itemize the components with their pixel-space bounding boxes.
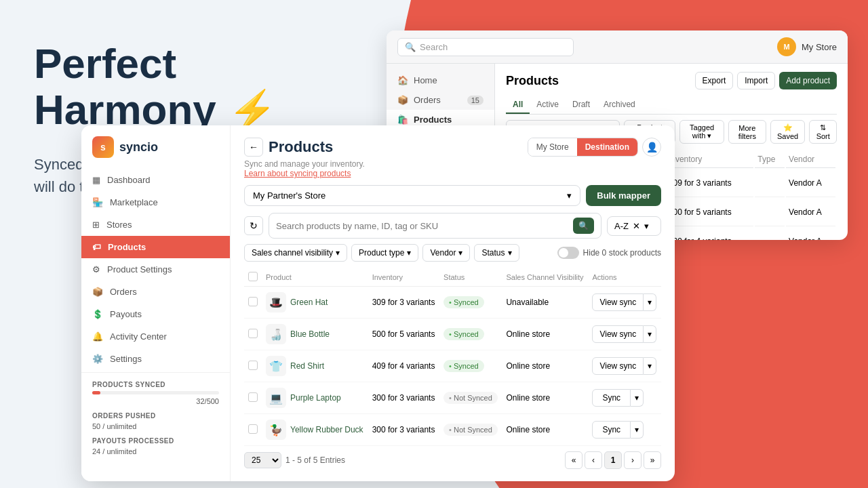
pagination-controls: « ‹ 1 › » [565,451,661,469]
syncio-nav-marketplace[interactable]: 🏪 Marketplace [81,191,230,214]
sort-value: A-Z [614,221,629,231]
nav-label: Stores [106,220,132,230]
shopify-store-btn[interactable]: M My Store [777,37,837,56]
row-checkbox[interactable] [248,329,258,338]
nav-label: Marketplace [110,197,158,207]
syncio-nav-settings[interactable]: ⚙️ Settings [81,348,230,370]
sort-select[interactable]: A-Z ✕ ▾ [607,216,661,236]
table-row: 🍶 Blue Bottle 500 for 5 variants Synced … [244,319,661,350]
pagination-row: 25 50 100 1 - 5 of 5 Entries « ‹ 1 › » [244,451,661,469]
product-type-filter[interactable]: Product type ▾ [351,244,418,262]
store-toggle-group: My Store Destination [528,138,638,157]
marketplace-icon: 🏪 [92,197,103,207]
orders-pushed-value: 50 / unlimited [92,422,219,430]
syncio-nav-activity[interactable]: 🔔 Activity Center [81,325,230,348]
select-all-checkbox[interactable] [248,272,258,281]
bulk-mapper-btn[interactable]: Bulk mapper [586,185,661,206]
shopify-add-product-btn[interactable]: Add product [779,72,837,89]
syncio-nav-product-settings[interactable]: ⚙ Product Settings [81,258,230,281]
syncio-sidebar: s syncio ▦ Dashboard 🏪 Marketplace ⊞ Sto… [81,125,231,481]
search-submit-btn[interactable]: 🔍 [573,218,594,234]
syncio-logo-icon: s [92,136,114,158]
learn-link[interactable]: Learn about syncing products [244,169,365,178]
shopify-tab-draft[interactable]: Draft [566,96,597,114]
store-select-value: My Partner's Store [253,190,326,201]
pag-page-1-btn[interactable]: 1 [604,451,622,469]
shopify-products-header: Products Export Import Add product [506,72,837,89]
shopify-more-filters[interactable]: More filters [728,120,766,144]
product-thumbnail: 💻 [266,388,286,408]
row-checkbox[interactable] [248,297,258,306]
syncio-nav-payouts[interactable]: 💲 Payouts [81,303,230,325]
product-name-link[interactable]: Blue Bottle [290,329,330,339]
vendor-filter[interactable]: Vendor ▾ [422,244,470,262]
shopify-nav-products-label: Products [414,115,452,125]
shopify-export-btn[interactable]: Export [695,72,734,89]
product-visibility: Online store [502,414,588,446]
shopify-tab-active[interactable]: Active [530,96,566,114]
shopify-nav-home[interactable]: 🏠 Home [387,70,494,90]
product-name-link[interactable]: Purple Laptop [290,393,341,403]
syncio-nav-dashboard[interactable]: ▦ Dashboard [81,169,230,191]
per-page-select[interactable]: 25 50 100 [244,452,281,468]
product-name-link[interactable]: Green Hat [290,298,328,307]
view-sync-dropdown-btn[interactable]: ▾ [644,293,656,311]
sales-channel-filter[interactable]: Sales channel visibility ▾ [244,244,347,262]
product-name-link[interactable]: Yellow Rubber Duck [290,425,363,434]
shopify-import-btn[interactable]: Import [737,72,775,89]
pag-first-btn[interactable]: « [565,451,583,469]
syncio-nav-orders[interactable]: 📦 Orders [81,281,230,303]
destination-toggle[interactable]: Destination [577,138,637,156]
my-store-toggle[interactable]: My Store [528,138,577,156]
product-cell: 💻 Purple Laptop [266,388,364,408]
syncio-nav-products[interactable]: 🏷 Products [81,236,230,258]
row-checkbox[interactable] [248,424,258,434]
store-select[interactable]: My Partner's Store ▾ [244,185,580,206]
settings-icon: ⚙️ [92,354,103,364]
col-visibility: Sales Channel Visibility [502,268,588,287]
status-filter[interactable]: Status ▾ [474,244,519,262]
syncio-filters: Sales channel visibility ▾ Product type … [244,244,661,262]
pag-next-btn[interactable]: › [624,451,642,469]
not-synced-status-badge: Not Synced [443,392,498,404]
toggle-switch[interactable] [557,247,579,259]
sort-chevron-icon: ▾ [644,221,649,231]
synced-status-badge: Synced [443,328,484,340]
shopify-tab-all[interactable]: All [506,96,530,114]
product-thumbnail: 🎩 [266,292,286,312]
row-checkbox[interactable] [248,392,258,402]
chevron-down-icon: ▾ [508,248,512,258]
product-visibility: Unavailable [502,287,588,319]
action-btn-group: Sync ▾ [592,389,657,407]
product-name-link[interactable]: Red Shirt [290,361,324,371]
view-sync-btn[interactable]: View sync [592,293,644,311]
view-sync-dropdown-btn[interactable]: ▾ [644,325,656,343]
refresh-button[interactable]: ↻ [244,216,263,235]
pag-last-btn[interactable]: » [644,451,661,469]
sync-btn[interactable]: Sync [592,389,631,407]
shopify-search-bar[interactable]: 🔍 Search [397,38,574,56]
row-checkbox[interactable] [248,361,258,370]
sync-btn[interactable]: Sync [592,421,631,439]
syncio-nav-stores[interactable]: ⊞ Stores [81,214,230,236]
filter-label: Sales channel visibility [252,248,333,258]
sync-dropdown-btn[interactable]: ▾ [631,421,644,439]
col-product: Product [262,268,368,287]
shopify-tagged-filter[interactable]: Tagged with ▾ [679,120,724,144]
shopify-col-type: Type [755,150,785,168]
product-cell: 👕 Red Shirt [266,356,364,376]
view-sync-btn[interactable]: View sync [592,357,644,375]
shopify-tab-archived[interactable]: Archived [597,96,642,114]
home-icon: 🏠 [397,75,408,85]
search-input[interactable] [276,221,569,231]
products-tag-icon: 🏷 [92,242,101,252]
shopify-nav-orders[interactable]: 📦 Orders 15 [387,90,494,110]
view-sync-btn[interactable]: View sync [592,325,644,343]
user-icon[interactable]: 👤 [642,138,661,157]
back-button[interactable]: ← [244,138,263,157]
shopify-saved-btn[interactable]: ⭐ Saved [770,120,806,144]
sync-dropdown-btn[interactable]: ▾ [631,389,644,407]
shopify-sort-btn[interactable]: ⇅ Sort [809,120,837,144]
pag-prev-btn[interactable]: ‹ [585,451,602,469]
view-sync-dropdown-btn[interactable]: ▾ [644,357,656,375]
